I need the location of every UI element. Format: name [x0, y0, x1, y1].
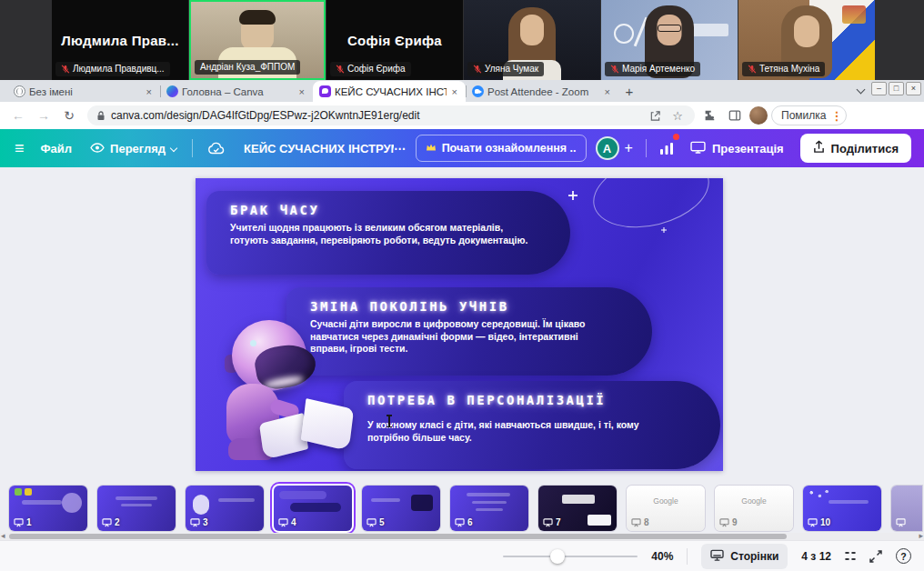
url-field[interactable]: canva.com/design/DAG4IfGtDpg/ESPwz-j2OKw… — [87, 105, 695, 125]
slide-number-badge: 2 — [102, 517, 120, 527]
slide-thumbnail-3[interactable]: 3 — [186, 486, 264, 531]
card-body[interactable]: У кожному класі є діти, які навчаються ш… — [367, 419, 678, 444]
tab-untitled[interactable]: Без імені × — [7, 81, 160, 102]
canva-editor-canvas: БРАК ЧАСУ Учителі щодня працюють із вели… — [0, 167, 924, 484]
canva-user-avatar[interactable]: A — [596, 136, 619, 160]
card-title[interactable]: ЗМІНА ПОКОЛІНЬ УЧНІВ — [310, 299, 610, 314]
slide-card-time[interactable]: БРАК ЧАСУ Учителі щодня працюють із вели… — [206, 191, 570, 275]
back-icon[interactable]: ← — [7, 105, 29, 126]
canva-status-bar: 40% Сторінки 4 з 12 ? — [0, 540, 924, 571]
filmstrip-scrollbar[interactable]: ◂ ▸ — [0, 533, 924, 540]
grid-view-icon[interactable] — [845, 551, 856, 562]
tab-close-icon[interactable]: × — [297, 86, 306, 97]
participant-name-tag: Тетяна Мухіна — [742, 62, 825, 76]
scroll-left-icon[interactable]: ◂ — [1, 531, 5, 540]
browser-address-bar: ← → ↻ canva.com/design/DAG4IfGtDpg/ESPwz… — [0, 102, 924, 129]
muted-mic-icon — [610, 65, 619, 74]
slide-thumbnail-11[interactable] — [891, 486, 922, 531]
view-menu-button[interactable]: Перегляд — [81, 135, 186, 162]
slide-thumbnail-6[interactable]: 6 — [450, 486, 528, 531]
reload-icon[interactable]: ↻ — [58, 105, 80, 126]
browser-menu-dots-icon: ⋮ — [830, 109, 842, 123]
slide-thumbnail-9[interactable]: Google 9 — [715, 486, 793, 531]
document-title[interactable]: КЕЙС СУЧАСНИХ ІНСТРУМЕНТ... — [235, 135, 394, 162]
scroll-right-icon[interactable]: ▸ — [919, 531, 923, 540]
tab-zoom[interactable]: Post Attendee - Zoom × — [466, 81, 618, 102]
share-button[interactable]: Поділитися — [800, 134, 911, 163]
notification-dot — [673, 134, 679, 140]
canva-doc-icon — [319, 85, 331, 97]
more-icon[interactable]: ⋯ — [394, 142, 406, 155]
scrollbar-thumb[interactable] — [9, 534, 787, 539]
slide-thumbnail-8[interactable]: Google 8 — [627, 486, 705, 531]
insights-chart-button[interactable] — [652, 135, 681, 162]
card-title[interactable]: БРАК ЧАСУ — [230, 203, 528, 217]
present-button[interactable]: Презентація — [681, 135, 793, 162]
slide-number-badge: 5 — [367, 517, 385, 527]
slide-number-badge: 4 — [278, 517, 296, 527]
help-icon[interactable]: ? — [896, 548, 911, 564]
zoom-level: 40% — [651, 550, 673, 563]
zoom-participant-strip: Людмила Прав... Людмила Правдивц... Андр… — [0, 0, 924, 80]
slide-card-personalization[interactable]: ПОТРЕБА В ПЕРСОНАЛІЗАЦІЇ У кожному класі… — [344, 381, 720, 469]
add-member-button[interactable]: + — [623, 135, 640, 162]
onboarding-button[interactable]: Почати ознайомлення .. — [416, 135, 587, 162]
tab-list-chevron-icon[interactable] — [857, 85, 864, 93]
window-controls: – □ × — [871, 82, 921, 95]
share-page-icon[interactable] — [647, 110, 664, 122]
browser-profile-avatar[interactable] — [749, 106, 768, 125]
background-logo — [614, 24, 634, 44]
participant-tile[interactable]: Тетяна Мухіна — [738, 0, 875, 80]
slide-thumbnail-1[interactable]: 1 — [9, 486, 87, 531]
slide-number-badge: 8 — [631, 517, 649, 527]
participant-tile[interactable]: Уляна Чумак — [464, 0, 600, 80]
slide-number-badge — [896, 518, 909, 527]
slide-thumbnail-4-selected[interactable]: 4 — [274, 486, 352, 531]
extensions-puzzle-icon[interactable] — [698, 105, 720, 126]
slide-thumbnail-10[interactable]: 10 — [803, 486, 881, 531]
participant-tile[interactable]: Софія Єрифа Софія Єрифа — [326, 0, 463, 80]
tab-close-icon[interactable]: × — [145, 86, 154, 97]
robot-illustration[interactable] — [203, 316, 357, 471]
slide-thumbnail-7[interactable]: 7 — [538, 486, 617, 531]
muted-mic-icon — [61, 65, 70, 74]
slide-page[interactable]: БРАК ЧАСУ Учителі щодня працюють із вели… — [196, 178, 723, 471]
window-minimize-button[interactable]: – — [871, 82, 887, 95]
tab-close-icon[interactable]: × — [603, 86, 612, 97]
hamburger-menu-icon[interactable]: ≡ — [13, 135, 32, 162]
slide-thumbnail-5[interactable]: 5 — [362, 486, 440, 531]
pages-button[interactable]: Сторінки — [701, 544, 788, 569]
participant-tile[interactable]: Людмила Прав... Людмила Правдивц... — [52, 0, 188, 80]
zoom-slider-thumb[interactable] — [550, 549, 565, 564]
tab-close-icon[interactable]: × — [450, 86, 459, 97]
bookmark-star-icon[interactable]: ☆ — [669, 109, 686, 123]
participant-tile[interactable]: Марія Артеменко — [601, 0, 738, 80]
card-body[interactable]: Учителі щодня працюють із великим обсяго… — [230, 222, 528, 246]
tab-canva-home[interactable]: Головна – Canva × — [160, 81, 313, 102]
side-panel-icon[interactable] — [724, 105, 746, 126]
sparkle-icon — [661, 227, 667, 233]
page-indicator: 4 з 12 — [801, 550, 831, 563]
slide-filmstrip: 1 2 3 4 5 6 7 Google 8 Google 9 — [0, 484, 924, 533]
window-restore-button[interactable]: □ — [889, 82, 904, 95]
slide-number-badge: 7 — [543, 517, 561, 527]
forward-icon[interactable]: → — [33, 105, 55, 126]
participant-tile-active-speaker[interactable]: Андріан Куза_ФППОМ — [189, 0, 326, 80]
fullscreen-icon[interactable] — [869, 550, 882, 563]
participant-name-tag: Людмила Правдивц... — [55, 62, 170, 76]
browser-error-menu-button[interactable]: Помилка ⋮ — [771, 105, 847, 125]
new-tab-button[interactable]: + — [618, 81, 640, 102]
slide-thumbnail-2[interactable]: 2 — [97, 486, 176, 531]
window-close-button[interactable]: × — [906, 82, 921, 95]
chevron-down-icon — [171, 145, 177, 152]
upload-share-icon — [813, 140, 825, 156]
presentation-icon — [690, 141, 706, 156]
tab-canva-design-active[interactable]: КЕЙС СУЧАСНИХ ІНСТРУМЕНТІ × — [313, 81, 466, 102]
zoom-slider[interactable] — [503, 556, 638, 557]
muted-mic-icon — [748, 65, 757, 74]
participant-name-tag: Уляна Чумак — [467, 62, 544, 76]
browser-tab-bar: Без імені × Головна – Canva × КЕЙС СУЧАС… — [0, 80, 924, 102]
file-menu-button[interactable]: Файл — [32, 135, 82, 162]
card-title[interactable]: ПОТРЕБА В ПЕРСОНАЛІЗАЦІЇ — [367, 393, 678, 407]
canva-home-icon — [166, 85, 178, 97]
